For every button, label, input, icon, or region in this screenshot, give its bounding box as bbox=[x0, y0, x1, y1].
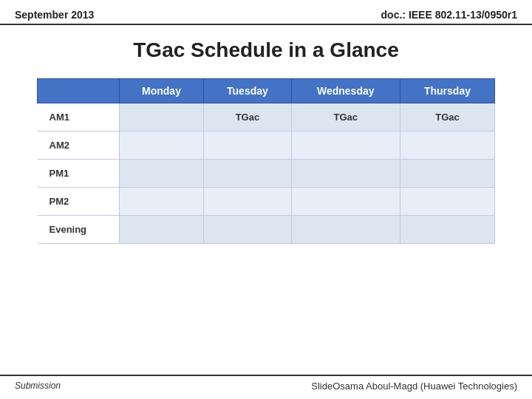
footer-author-name: SlideOsama Aboul-Magd (Huawei Technologi… bbox=[311, 381, 517, 392]
cell-evening-thursday bbox=[400, 216, 494, 244]
cell-am1-tuesday: TGac bbox=[204, 103, 291, 132]
page-title: TGac Schedule in a Glance bbox=[133, 38, 398, 61]
row-label-am1: AM1 bbox=[38, 103, 120, 132]
schedule-table-container: Monday Tuesday Wednesday Thursday AM1 TG… bbox=[0, 78, 532, 244]
footer-submission: Submission bbox=[15, 381, 61, 392]
col-header-monday: Monday bbox=[119, 79, 204, 103]
cell-am2-monday bbox=[119, 132, 204, 160]
table-row: AM1 TGac TGac TGac bbox=[38, 103, 495, 132]
cell-am2-thursday bbox=[400, 132, 494, 160]
col-header-thursday: Thursday bbox=[400, 79, 494, 103]
header-doc: doc.: IEEE 802.11-13/0950r1 bbox=[381, 9, 517, 21]
cell-evening-monday bbox=[119, 216, 204, 244]
cell-am1-wednesday: TGac bbox=[291, 103, 400, 132]
cell-evening-tuesday bbox=[204, 216, 291, 244]
page-footer: Submission SlideOsama Aboul-Magd (Huawei… bbox=[0, 375, 532, 392]
schedule-table: Monday Tuesday Wednesday Thursday AM1 TG… bbox=[37, 78, 495, 244]
table-row: PM1 bbox=[38, 160, 495, 188]
cell-pm2-wednesday bbox=[291, 188, 400, 216]
table-row: AM2 bbox=[38, 132, 495, 160]
title-section: TGac Schedule in a Glance bbox=[0, 25, 532, 78]
footer-author: SlideOsama Aboul-Magd (Huawei Technologi… bbox=[311, 381, 517, 392]
cell-pm2-thursday bbox=[400, 188, 494, 216]
row-label-pm1: PM1 bbox=[38, 160, 120, 188]
col-header-empty bbox=[38, 79, 120, 103]
table-header-row: Monday Tuesday Wednesday Thursday bbox=[38, 79, 495, 103]
cell-am2-wednesday bbox=[291, 132, 400, 160]
cell-pm2-tuesday bbox=[204, 188, 291, 216]
cell-pm1-thursday bbox=[400, 160, 494, 188]
row-label-pm2: PM2 bbox=[38, 188, 120, 216]
cell-am1-thursday: TGac bbox=[400, 103, 494, 132]
cell-evening-wednesday bbox=[291, 216, 400, 244]
cell-am1-monday bbox=[119, 103, 204, 132]
table-row: Evening bbox=[38, 216, 495, 244]
row-label-am2: AM2 bbox=[38, 132, 120, 160]
row-label-evening: Evening bbox=[38, 216, 120, 244]
cell-pm2-monday bbox=[119, 188, 204, 216]
cell-am2-tuesday bbox=[204, 132, 291, 160]
table-row: PM2 bbox=[38, 188, 495, 216]
page-header: September 2013 doc.: IEEE 802.11-13/0950… bbox=[0, 0, 532, 25]
cell-pm1-tuesday bbox=[204, 160, 291, 188]
col-header-tuesday: Tuesday bbox=[204, 79, 291, 103]
cell-pm1-wednesday bbox=[291, 160, 400, 188]
cell-pm1-monday bbox=[119, 160, 204, 188]
col-header-wednesday: Wednesday bbox=[291, 79, 400, 103]
header-date: September 2013 bbox=[15, 9, 94, 21]
